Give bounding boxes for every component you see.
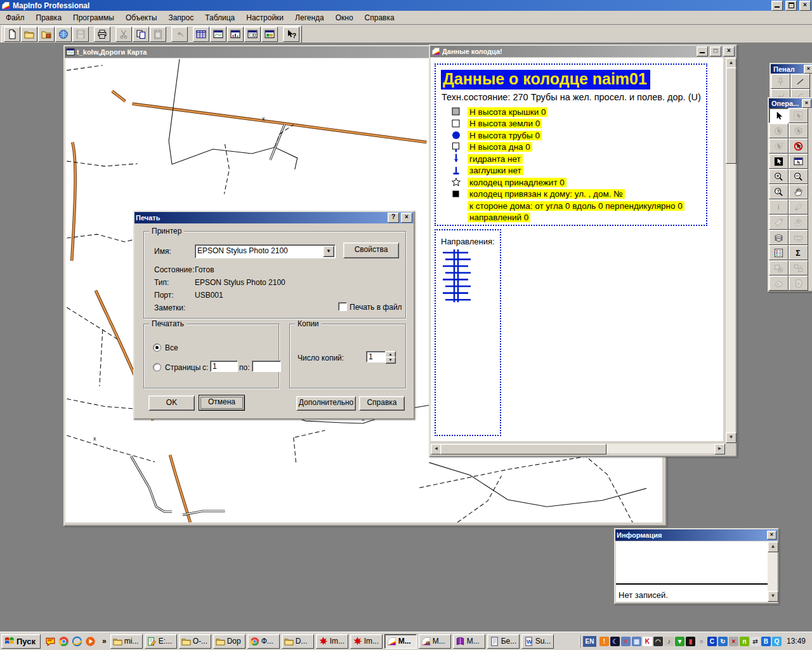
phone-icon[interactable]: ▮	[686, 637, 695, 646]
vscroll-thumb[interactable]	[726, 67, 737, 164]
hscroll-thumb[interactable]	[440, 444, 606, 454]
task-mapinfo-main[interactable]: M...	[384, 634, 417, 649]
well-minimize-button[interactable]	[697, 46, 708, 56]
change-zoom-button[interactable]: ?	[769, 184, 789, 199]
layer-control-button[interactable]	[769, 230, 789, 245]
language-indicator[interactable]: EN	[583, 636, 596, 647]
audio-icon[interactable]: ♪	[664, 637, 674, 646]
info-close-icon[interactable]: ×	[767, 531, 776, 540]
combo-dropdown-icon[interactable]: ▼	[323, 246, 334, 257]
menu-legend[interactable]: Легенда	[289, 11, 330, 24]
graph-select-button[interactable]	[789, 154, 808, 169]
scroll-down-icon[interactable]: ▼	[726, 432, 737, 443]
night-screen-icon[interactable]: ☾	[610, 637, 620, 646]
task-mapinfo-tools[interactable]: M...	[419, 634, 451, 649]
help-icon[interactable]: ?	[388, 213, 399, 223]
well-window-titlebar[interactable]: Данные колодца! □ ×	[430, 46, 736, 57]
help-mode-button[interactable]: ?	[283, 27, 299, 42]
advanced-button[interactable]: Дополнительно	[296, 396, 356, 411]
new-redistrict-button[interactable]	[261, 27, 278, 42]
pages-radio[interactable]	[153, 363, 161, 371]
cancel-button[interactable]: Отмена	[199, 395, 245, 411]
info-window[interactable]: Информация × Нет записей. ▲ ▼	[614, 528, 779, 604]
new-graph-button[interactable]	[227, 27, 244, 42]
nvidia-icon[interactable]: n	[740, 637, 749, 646]
open-web-button[interactable]	[55, 27, 72, 42]
well-data-window[interactable]: Данные колодца! □ × Данные о колодце nai…	[429, 44, 737, 457]
print-dialog-titlebar[interactable]: Печать ? ×	[134, 212, 414, 223]
printer-error-icon[interactable]: ×	[729, 637, 738, 646]
open-table-button[interactable]	[21, 27, 37, 42]
statistics-button[interactable]: Σ	[789, 245, 808, 260]
all-pages-radio[interactable]	[153, 343, 161, 352]
quicktime-icon[interactable]: Q	[772, 637, 782, 646]
new-table-button[interactable]	[4, 27, 20, 42]
pan-button[interactable]	[789, 184, 808, 199]
close-button[interactable]: ×	[799, 1, 811, 11]
copy-button[interactable]	[133, 27, 149, 42]
from-page-input[interactable]	[210, 361, 238, 372]
task-chrome-f[interactable]: Ф...	[247, 634, 280, 649]
media-player-icon[interactable]	[85, 636, 96, 647]
task-image-1[interactable]: Im...	[316, 634, 348, 649]
to-page-input[interactable]	[252, 361, 281, 372]
internet-explorer-icon[interactable]	[72, 636, 82, 647]
menu-help[interactable]: Справка	[359, 11, 400, 24]
info-scrollbar[interactable]: ▲ ▼	[768, 541, 777, 602]
consultant-icon[interactable]	[45, 636, 56, 647]
menu-options[interactable]: Настройки	[240, 11, 289, 24]
info-titlebar[interactable]: Информация ×	[615, 529, 778, 541]
zoom-out-button[interactable]	[789, 169, 808, 184]
start-button[interactable]: Пуск	[1, 634, 41, 649]
network-icon[interactable]: ▦	[632, 637, 641, 646]
task-word-su[interactable]: WSu...	[521, 634, 554, 649]
zoom-in-button[interactable]	[769, 169, 789, 184]
task-folder-dop[interactable]: Dop	[213, 634, 246, 649]
show-legend-button[interactable]	[769, 245, 789, 260]
app-titlebar[interactable]: MapInfo Professional ×	[0, 0, 812, 11]
copies-input[interactable]	[366, 351, 386, 362]
task-notepad-e[interactable]: E:...	[145, 634, 177, 649]
menu-window[interactable]: Окно	[330, 11, 359, 24]
line-tool-button[interactable]	[790, 74, 810, 89]
bluetooth-icon[interactable]: B	[761, 637, 771, 646]
ok-button[interactable]: OK	[148, 395, 195, 411]
menu-objects[interactable]: Объекты	[120, 11, 163, 24]
task-folder-d[interactable]: D...	[282, 634, 314, 649]
menu-query[interactable]: Запрос	[162, 11, 199, 24]
network-error-icon[interactable]: ×	[621, 637, 631, 646]
scroll-right-icon[interactable]: ►	[714, 444, 725, 454]
menu-edit[interactable]: Правка	[30, 11, 68, 24]
menu-file[interactable]: Файл	[0, 11, 30, 24]
well-maximize-button[interactable]: □	[710, 46, 721, 56]
spin-down-icon[interactable]: ▼	[385, 357, 396, 364]
new-layout-button[interactable]	[244, 27, 261, 42]
display-switch-icon[interactable]: ⇄	[750, 637, 760, 646]
download-icon[interactable]: ▼	[675, 637, 684, 646]
menu-programs[interactable]: Программы	[67, 11, 120, 24]
print-close-button[interactable]: ×	[401, 213, 412, 223]
help-button[interactable]: Справка	[359, 396, 405, 411]
task-image-2[interactable]: Im...	[350, 634, 383, 649]
new-browser-button[interactable]	[193, 27, 209, 42]
info-scroll-up-icon[interactable]: ▲	[768, 541, 778, 552]
print-to-file-checkbox[interactable]	[338, 302, 347, 311]
minimize-button[interactable]	[771, 1, 783, 11]
task-folder-o[interactable]: O-...	[179, 634, 211, 649]
unselect-all-button[interactable]	[789, 138, 808, 154]
task-doc-be[interactable]: Бе...	[487, 634, 520, 649]
well-vertical-scrollbar[interactable]: ▲ ▼	[726, 58, 735, 443]
sync-icon[interactable]: ↻	[718, 637, 728, 646]
restore-button[interactable]	[785, 1, 797, 11]
menu-table[interactable]: Таблица	[199, 11, 240, 24]
invert-selection-button[interactable]	[769, 154, 789, 169]
opera-close-icon[interactable]: ×	[802, 99, 811, 108]
info-scroll-down-icon[interactable]: ▼	[768, 591, 778, 602]
print-button[interactable]	[94, 27, 110, 42]
select-button[interactable]	[769, 108, 789, 123]
quick-launch-overflow-icon[interactable]: »	[100, 637, 108, 646]
wireless-icon[interactable]: ◠	[653, 637, 663, 646]
well-close-button[interactable]: ×	[723, 46, 735, 56]
task-folder-mi[interactable]: mi...	[110, 634, 143, 649]
printer-name-combobox[interactable]: EPSON Stylus Photo 2100 ▼	[195, 244, 336, 258]
